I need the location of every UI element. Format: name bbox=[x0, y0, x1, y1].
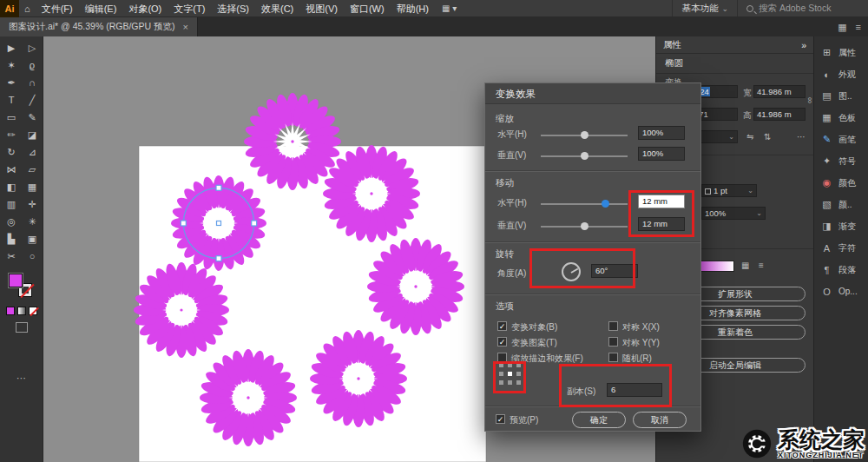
width-tool[interactable]: ⋈ bbox=[2, 162, 21, 178]
slice-tool[interactable]: ✂ bbox=[2, 248, 21, 265]
dock-item-swatches[interactable]: ▦色板 bbox=[814, 107, 868, 129]
zoom-tool[interactable]: ○ bbox=[23, 248, 42, 265]
eyedropper-tool[interactable]: ✛ bbox=[23, 196, 42, 213]
scale-strokes-checkbox[interactable] bbox=[497, 353, 507, 362]
rectangle-tool[interactable]: ▭ bbox=[2, 109, 21, 126]
transform-objects-checkbox[interactable]: ✓ bbox=[497, 321, 507, 331]
swatch-options-icon[interactable]: ≡ bbox=[759, 261, 764, 270]
magic-wand-tool[interactable]: ✶ bbox=[2, 57, 21, 74]
dialog-reference-point-locator[interactable] bbox=[499, 363, 521, 385]
dialog-title[interactable]: 变换效果 bbox=[485, 83, 700, 104]
panel-grid-icon[interactable]: ▦ bbox=[838, 22, 846, 33]
dock-item-gradient[interactable]: ◨渐变 bbox=[814, 215, 868, 237]
stroke-weight-field[interactable]: 1 pt⌄ bbox=[701, 184, 757, 197]
dock-item-opentype[interactable]: OOp... bbox=[814, 280, 868, 302]
menu-item-o[interactable]: 对象(O) bbox=[122, 0, 168, 17]
angle-field[interactable]: 60° bbox=[591, 264, 638, 278]
menu-item-t[interactable]: 文字(T) bbox=[168, 0, 211, 17]
scale-h-knob[interactable] bbox=[581, 131, 589, 139]
move-v-slider[interactable] bbox=[541, 226, 628, 228]
move-h-field[interactable]: 12 mm bbox=[638, 195, 685, 208]
pen-tool[interactable]: ✒ bbox=[2, 75, 21, 91]
gradient-mode-chip[interactable] bbox=[17, 307, 26, 315]
layout-switcher-icon[interactable]: ▦ ▾ bbox=[435, 3, 464, 13]
flower-shape[interactable] bbox=[367, 238, 464, 335]
flower-shape[interactable] bbox=[200, 349, 297, 446]
reflect-x-checkbox[interactable] bbox=[608, 321, 618, 331]
app-logo-icon[interactable]: Ai bbox=[0, 0, 19, 17]
workspace-switcher[interactable]: 基本功能 ⌄ bbox=[672, 0, 738, 16]
graph-tool[interactable]: ▙ bbox=[2, 231, 21, 248]
width-field[interactable]: 41.986 m bbox=[753, 85, 806, 98]
swatch-grid-icon[interactable]: ▦ bbox=[741, 261, 749, 270]
document-tab[interactable]: 图案设计.ai* @ 45.39% (RGB/GPU 预览) × bbox=[0, 17, 198, 36]
paintbrush-tool[interactable]: ✎ bbox=[23, 109, 42, 126]
move-h-knob[interactable] bbox=[602, 200, 609, 208]
home-icon[interactable]: ⌂ bbox=[19, 3, 36, 14]
height-field[interactable]: 41.986 m bbox=[753, 108, 806, 121]
transform-patterns-checkbox[interactable]: ✓ bbox=[497, 337, 507, 346]
menu-item-h[interactable]: 帮助(H) bbox=[391, 0, 435, 17]
draw-mode-icon[interactable] bbox=[16, 322, 28, 333]
panel-menu-icon[interactable]: ≡ bbox=[856, 22, 861, 32]
pencil-tool[interactable]: ✏ bbox=[2, 127, 21, 143]
menu-item-e[interactable]: 编辑(E) bbox=[79, 0, 123, 17]
selection-tool[interactable]: ▶ bbox=[2, 40, 21, 56]
random-checkbox[interactable] bbox=[608, 353, 618, 362]
menu-item-c[interactable]: 效果(C) bbox=[255, 0, 299, 17]
gradient-tool[interactable]: ▥ bbox=[2, 196, 21, 213]
scale-h-slider[interactable] bbox=[541, 135, 628, 136]
scale-v-slider[interactable] bbox=[541, 155, 628, 157]
menu-item-w[interactable]: 窗口(W) bbox=[344, 0, 391, 17]
shape-builder-tool[interactable]: ◧ bbox=[2, 179, 21, 195]
opacity-field[interactable]: 100%⌄ bbox=[701, 207, 766, 220]
cancel-button[interactable]: 取消 bbox=[633, 412, 687, 428]
eraser-tool[interactable]: ◪ bbox=[23, 127, 42, 143]
toolbar-more-icon[interactable]: ⋯ bbox=[0, 373, 43, 384]
menu-item-f[interactable]: 文件(F) bbox=[36, 0, 79, 17]
dock-item-symbols[interactable]: ✦符号 bbox=[814, 150, 868, 172]
mesh-tool[interactable]: ▦ bbox=[23, 179, 42, 195]
dock-item-properties[interactable]: ⊞属性 bbox=[814, 42, 868, 63]
copies-field[interactable]: 6 bbox=[607, 383, 662, 397]
scale-tool[interactable]: ⊿ bbox=[23, 144, 42, 161]
curvature-tool[interactable]: ∩ bbox=[23, 75, 42, 91]
angle-dial[interactable] bbox=[562, 262, 581, 281]
blend-tool[interactable]: ◎ bbox=[2, 214, 21, 230]
transform-more-icon[interactable]: ⋯ bbox=[797, 132, 806, 142]
stock-search-input[interactable]: 搜索 Adobe Stock bbox=[738, 3, 868, 15]
ok-button[interactable]: 确定 bbox=[572, 412, 626, 428]
dock-item-layers[interactable]: ▤图.. bbox=[814, 85, 868, 107]
menu-item-s[interactable]: 选择(S) bbox=[211, 0, 255, 17]
scale-v-field[interactable]: 100% bbox=[638, 147, 685, 161]
flip-vertical-icon[interactable]: ⇅ bbox=[764, 132, 771, 142]
dock-item-brushes[interactable]: ✎画笔 bbox=[814, 129, 868, 150]
type-tool[interactable]: T bbox=[2, 92, 21, 109]
artboard-tool[interactable]: ▣ bbox=[23, 231, 42, 248]
flower-shape[interactable] bbox=[310, 330, 407, 427]
move-v-knob[interactable] bbox=[581, 222, 589, 230]
rotate-tool[interactable]: ↻ bbox=[2, 144, 21, 161]
flower-shape[interactable] bbox=[244, 93, 341, 190]
flower-shape[interactable] bbox=[134, 262, 229, 358]
menu-item-v[interactable]: 视图(V) bbox=[299, 0, 344, 17]
tab-close-icon[interactable]: × bbox=[183, 22, 188, 32]
lasso-tool[interactable]: ϱ bbox=[23, 57, 42, 74]
line-tool[interactable]: ╱ bbox=[23, 92, 42, 109]
direct-selection-tool[interactable]: ▷ bbox=[23, 40, 42, 56]
flip-horizontal-icon[interactable]: ⇋ bbox=[746, 132, 753, 142]
dock-item-color[interactable]: ◉颜色 bbox=[814, 172, 868, 194]
dock-item-character[interactable]: A字符 bbox=[814, 237, 868, 259]
flower-shape[interactable] bbox=[323, 145, 420, 242]
symbol-sprayer-tool[interactable]: ✳ bbox=[23, 214, 42, 230]
scale-h-field[interactable]: 100% bbox=[638, 126, 685, 140]
fill-color-chip[interactable] bbox=[9, 274, 23, 287]
dock-item-color-guide[interactable]: ▧颜.. bbox=[814, 194, 868, 215]
free-transform-tool[interactable]: ▱ bbox=[23, 162, 42, 178]
dock-item-paragraph[interactable]: ¶段落 bbox=[814, 259, 868, 280]
collapse-panel-icon[interactable]: » bbox=[801, 40, 806, 50]
dock-item-appearance[interactable]: ◐外观 bbox=[814, 63, 868, 85]
color-mode-chip[interactable] bbox=[6, 307, 15, 315]
reflect-y-checkbox[interactable] bbox=[608, 337, 618, 346]
move-h-slider[interactable] bbox=[541, 203, 628, 205]
